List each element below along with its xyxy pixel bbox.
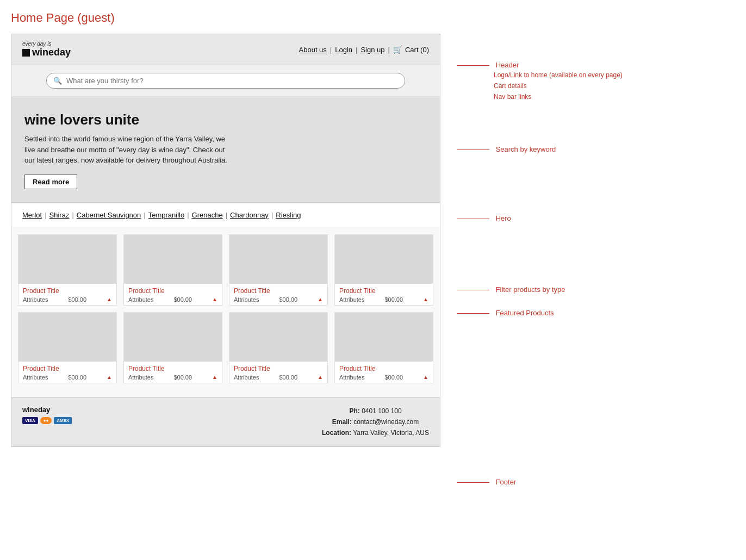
filter-link-tempranillo[interactable]: Tempranillo <box>148 211 184 219</box>
product-title-5: Product Title <box>128 365 217 372</box>
filter-section: Merlot|Shiraz|Cabernet Sauvignon|Tempran… <box>11 203 440 227</box>
site-header: every day is wineday About us | Login | … <box>11 34 440 65</box>
product-title-2: Product Title <box>234 287 323 295</box>
logo-square-icon <box>22 49 30 57</box>
add-to-cart-icon-1[interactable]: ▲ <box>212 296 217 302</box>
nav-sep-3: | <box>388 46 390 54</box>
ann-line-filter <box>457 290 489 290</box>
annotation-hero-label: Hero <box>496 214 511 222</box>
product-info-2: Product Title Attributes $00.00 ▲ <box>229 284 327 305</box>
product-card-1[interactable]: Product Title Attributes $00.00 ▲ <box>123 234 222 306</box>
cart-area[interactable]: 🛒 Cart (0) <box>393 45 429 54</box>
annotation-hero: Hero <box>457 214 623 222</box>
product-attributes-7: Attributes <box>339 374 364 381</box>
filter-sep-4: | <box>226 211 227 219</box>
add-to-cart-icon-5[interactable]: ▲ <box>212 374 217 380</box>
annotation-header-title: Header <box>496 61 519 69</box>
logo-tagline: every day is <box>22 41 71 47</box>
product-info-3: Product Title Attributes $00.00 ▲ <box>335 284 433 305</box>
product-price-0: $00.00 <box>68 296 86 303</box>
filter-link-riesling[interactable]: Riesling <box>276 211 301 219</box>
nav-about[interactable]: About us <box>299 46 327 54</box>
search-input-wrap[interactable]: 🔍 <box>46 73 405 89</box>
product-meta-5: Attributes $00.00 ▲ <box>128 374 217 381</box>
annotation-filter: Filter products by type <box>457 285 623 294</box>
site-footer: wineday VISA ●● amex Ph: 0401 100 100 Em… <box>11 397 440 446</box>
add-to-cart-icon-7[interactable]: ▲ <box>423 374 428 380</box>
product-image-7 <box>335 313 433 362</box>
footer-phone-label: Ph: <box>349 407 359 415</box>
filter-link-chardonnay[interactable]: Chardonnay <box>230 211 269 219</box>
product-meta-4: Attributes $00.00 ▲ <box>23 374 112 381</box>
product-card-3[interactable]: Product Title Attributes $00.00 ▲ <box>334 234 433 306</box>
product-card-6[interactable]: Product Title Attributes $00.00 ▲ <box>229 312 328 383</box>
hero-text: Settled into the world famous wine regio… <box>24 134 231 166</box>
filter-link-grenache[interactable]: Grenache <box>192 211 223 219</box>
nav-signup[interactable]: Sign up <box>360 46 384 54</box>
product-image-3 <box>335 235 433 284</box>
product-meta-1: Attributes $00.00 ▲ <box>128 296 217 303</box>
annotation-search-label: Search by keyword <box>496 145 556 153</box>
product-image-1 <box>124 235 222 284</box>
product-meta-2: Attributes $00.00 ▲ <box>234 296 323 303</box>
logo-area[interactable]: every day is wineday <box>22 41 71 58</box>
logo-name[interactable]: wineday <box>22 47 71 58</box>
filter-links: Merlot|Shiraz|Cabernet Sauvignon|Tempran… <box>22 211 429 219</box>
product-info-4: Product Title Attributes $00.00 ▲ <box>18 362 116 383</box>
footer-email-label: Email: <box>332 418 352 426</box>
nav-bar: About us | Login | Sign up | 🛒 Cart (0) <box>299 45 429 54</box>
annotation-header-sub2: Cart details <box>494 81 623 91</box>
annotation-filter-label: Filter products by type <box>496 285 565 294</box>
product-price-6: $00.00 <box>279 374 297 381</box>
nav-login[interactable]: Login <box>335 46 352 54</box>
logo-text: wineday <box>32 47 71 58</box>
add-to-cart-icon-4[interactable]: ▲ <box>107 374 112 380</box>
product-image-0 <box>18 235 116 284</box>
annotation-search: Search by keyword <box>457 145 623 153</box>
filter-link-cabernet-sauvignon[interactable]: Cabernet Sauvignon <box>77 211 141 219</box>
visa-badge: VISA <box>22 417 38 424</box>
add-to-cart-icon-0[interactable]: ▲ <box>107 296 112 302</box>
product-image-5 <box>124 313 222 362</box>
product-card-2[interactable]: Product Title Attributes $00.00 ▲ <box>229 234 328 306</box>
product-card-0[interactable]: Product Title Attributes $00.00 ▲ <box>18 234 117 306</box>
product-price-4: $00.00 <box>68 374 86 381</box>
product-title-3: Product Title <box>339 287 428 295</box>
product-attributes-1: Attributes <box>128 296 153 303</box>
product-attributes-6: Attributes <box>234 374 259 381</box>
product-card-7[interactable]: Product Title Attributes $00.00 ▲ <box>334 312 433 383</box>
filter-sep-0: | <box>45 211 46 219</box>
product-meta-0: Attributes $00.00 ▲ <box>23 296 112 303</box>
product-attributes-2: Attributes <box>234 296 259 303</box>
product-image-4 <box>18 313 116 362</box>
product-info-6: Product Title Attributes $00.00 ▲ <box>229 362 327 383</box>
footer-location-label: Location: <box>322 429 351 437</box>
product-attributes-0: Attributes <box>23 296 48 303</box>
ann-line-search <box>457 150 489 150</box>
add-to-cart-icon-6[interactable]: ▲ <box>318 374 323 380</box>
annotations-panel: Header Logo/Link to home (available on e… <box>457 34 623 486</box>
footer-left: wineday VISA ●● amex <box>22 406 72 424</box>
ann-line-footer <box>457 482 489 483</box>
product-card-5[interactable]: Product Title Attributes $00.00 ▲ <box>123 312 222 383</box>
read-more-button[interactable]: Read more <box>24 175 77 189</box>
search-input[interactable] <box>66 77 398 85</box>
product-title-0: Product Title <box>23 287 112 295</box>
product-card-4[interactable]: Product Title Attributes $00.00 ▲ <box>18 312 117 383</box>
filter-link-merlot[interactable]: Merlot <box>22 211 42 219</box>
product-attributes-5: Attributes <box>128 374 153 381</box>
footer-brand: wineday <box>22 406 72 414</box>
ann-line-featured <box>457 313 489 314</box>
filter-link-shiraz[interactable]: Shiraz <box>49 211 70 219</box>
cart-label[interactable]: Cart (0) <box>405 46 429 54</box>
search-section: 🔍 <box>11 65 440 96</box>
add-to-cart-icon-3[interactable]: ▲ <box>423 296 428 302</box>
annotation-featured: Featured Products <box>457 309 623 317</box>
add-to-cart-icon-2[interactable]: ▲ <box>318 296 323 302</box>
ann-line-header <box>457 65 489 66</box>
mastercard-badge: ●● <box>40 417 52 424</box>
ann-line-hero <box>457 219 489 219</box>
filter-sep-3: | <box>187 211 189 219</box>
products-grid-row2: Product Title Attributes $00.00 ▲ Produc… <box>18 312 433 383</box>
cart-icon: 🛒 <box>393 45 402 54</box>
